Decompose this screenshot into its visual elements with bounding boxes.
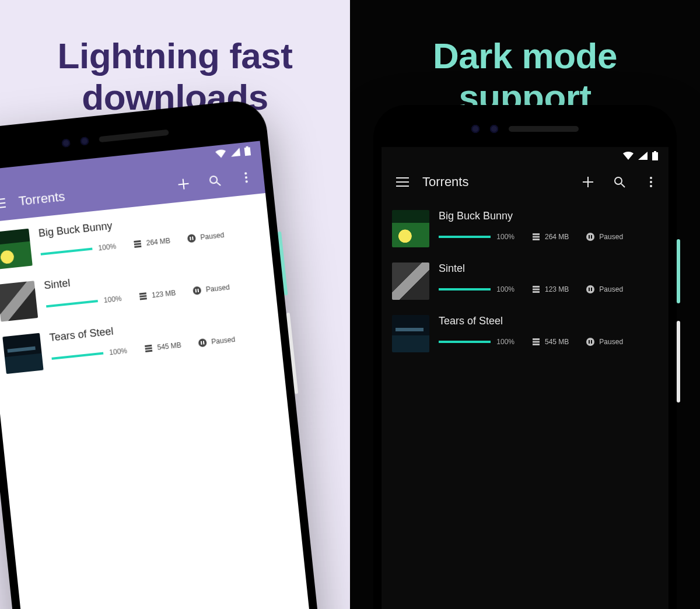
- torrent-state: Paused: [198, 335, 236, 347]
- search-button[interactable]: [202, 168, 228, 194]
- torrent-state: Paused: [187, 231, 225, 243]
- battery-icon: [652, 151, 658, 160]
- svg-rect-6: [652, 152, 658, 160]
- thumbnail: [392, 210, 429, 247]
- torrent-size: 123 MB: [532, 285, 569, 293]
- svg-point-8: [615, 177, 622, 184]
- menu-button[interactable]: [0, 191, 12, 216]
- wifi-icon: [215, 149, 226, 159]
- thumbnail: [392, 262, 429, 300]
- progress: 100%: [40, 242, 117, 258]
- progress: 100%: [46, 295, 122, 311]
- progress-percent: 100%: [98, 242, 117, 252]
- svg-point-9: [650, 177, 652, 179]
- signal-icon: [230, 148, 240, 157]
- progress-percent: 100%: [496, 338, 514, 346]
- headline-dark-line1: Dark mode: [433, 36, 617, 76]
- svg-rect-1: [246, 146, 248, 148]
- torrent-size: 123 MB: [139, 289, 176, 301]
- thumbnail: [0, 281, 38, 321]
- torrent-state: Paused: [586, 338, 623, 346]
- phone-dark: Torrents: [373, 402, 677, 609]
- phone-sensor-bar: [471, 125, 579, 133]
- pause-icon: [187, 234, 196, 243]
- pause-icon: [586, 233, 594, 241]
- add-button[interactable]: [171, 172, 197, 197]
- storage-icon: [532, 233, 540, 241]
- app-screen-dark: Torrents: [382, 147, 668, 609]
- torrent-size: 545 MB: [144, 341, 181, 354]
- hamburger-icon: [0, 198, 6, 209]
- torrent-list: Big Buck Bunny 100%: [0, 193, 317, 609]
- battery-icon: [244, 146, 251, 156]
- svg-point-4: [245, 176, 247, 178]
- torrent-size: 545 MB: [532, 338, 569, 346]
- list-item[interactable]: Sintel 100%: [382, 252, 668, 304]
- progress: 100%: [439, 233, 514, 241]
- storage-icon: [133, 240, 142, 249]
- overflow-icon: [244, 172, 249, 184]
- progress-percent: 100%: [103, 295, 122, 304]
- svg-point-5: [246, 180, 248, 183]
- torrent-title: Sintel: [439, 262, 658, 275]
- headline-light-line1: Lightning fast: [58, 36, 293, 76]
- storage-icon: [144, 344, 153, 353]
- torrent-title: Tears of Steel: [439, 315, 658, 327]
- list-item[interactable]: Tears of Steel 100%: [382, 304, 668, 357]
- torrent-state: Paused: [192, 283, 230, 295]
- svg-rect-7: [654, 151, 656, 152]
- storage-icon: [139, 292, 148, 300]
- torrent-size: 264 MB: [133, 237, 170, 249]
- headline-light: Lightning fast downloads: [0, 35, 350, 118]
- svg-point-11: [650, 185, 652, 187]
- app-screen-light: Torrents: [0, 141, 317, 609]
- progress-percent: 100%: [109, 346, 128, 356]
- search-icon: [614, 176, 625, 188]
- progress: 100%: [439, 285, 514, 293]
- torrent-state: Paused: [586, 285, 623, 293]
- phone-light: Torrents: [0, 394, 350, 609]
- app-bar: Torrents: [382, 164, 668, 200]
- overflow-button[interactable]: [639, 170, 663, 194]
- panel-dark: Dark mode support: [350, 0, 700, 609]
- panel-light: Lightning fast downloads: [0, 0, 350, 609]
- plus-icon: [177, 178, 190, 191]
- search-icon: [208, 174, 221, 187]
- progress: 100%: [439, 338, 514, 346]
- hamburger-icon: [396, 177, 409, 187]
- pause-icon: [192, 286, 201, 295]
- storage-icon: [532, 285, 540, 293]
- search-button[interactable]: [608, 170, 631, 194]
- signal-icon: [638, 152, 648, 160]
- wifi-icon: [623, 152, 634, 160]
- svg-rect-0: [244, 147, 251, 156]
- torrent-state: Paused: [586, 233, 623, 241]
- overflow-button[interactable]: [233, 164, 259, 190]
- svg-point-10: [650, 181, 652, 183]
- app-bar-title: Torrents: [422, 174, 568, 190]
- storage-icon: [532, 338, 540, 346]
- progress: 100%: [51, 346, 128, 363]
- list-item[interactable]: Big Buck Bunny 100%: [382, 200, 668, 252]
- torrent-list: Big Buck Bunny 100%: [382, 200, 668, 609]
- menu-button[interactable]: [391, 170, 414, 194]
- pause-icon: [586, 338, 594, 346]
- overflow-icon: [649, 176, 653, 188]
- svg-point-2: [209, 176, 217, 184]
- thumbnail: [2, 333, 43, 374]
- progress-percent: 100%: [496, 233, 514, 241]
- status-bar: [382, 147, 668, 164]
- torrent-size: 264 MB: [532, 233, 569, 241]
- pause-icon: [586, 285, 594, 293]
- add-button[interactable]: [576, 170, 600, 194]
- torrent-title: Big Buck Bunny: [439, 210, 658, 222]
- thumbnail: [392, 315, 429, 352]
- thumbnail: [0, 229, 33, 270]
- app-bar-title: Torrents: [18, 178, 164, 209]
- phone-sensor-bar: [61, 128, 169, 148]
- svg-point-3: [244, 172, 247, 174]
- plus-icon: [582, 176, 594, 188]
- progress-percent: 100%: [496, 285, 514, 293]
- pause-icon: [198, 338, 207, 347]
